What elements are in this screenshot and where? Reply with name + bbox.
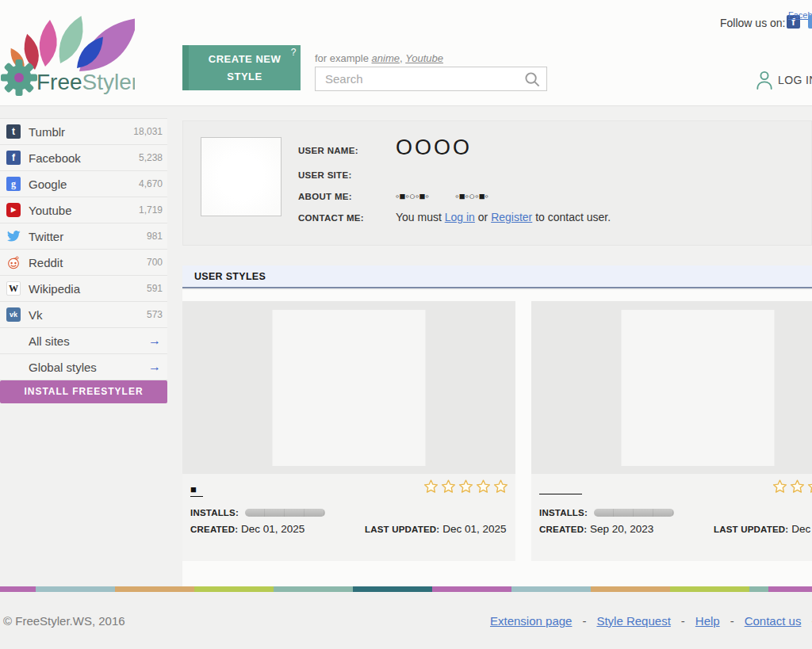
created-label: CREATED: [539,525,587,534]
sidebar-item-label: All sites [29,334,70,348]
sidebar-item-google[interactable]: g Google 4,670 [0,171,167,197]
style-count: 4,670 [139,178,163,189]
register-link[interactable]: Register [491,211,532,223]
twitter-follow-icon[interactable] [808,15,812,29]
search-example-hint: for example anime, Youtube [315,52,443,64]
login-label: LOG IN O [778,74,812,86]
sidebar-item-label: Facebook [29,151,81,165]
style-thumbnail-area[interactable] [182,301,515,474]
sidebar-item-tumblr[interactable]: t Tumblr 18,031 [0,118,167,145]
search-icon[interactable] [524,71,541,88]
twitter-icon [6,229,21,243]
usersite-label: USER SITE: [298,170,352,180]
style-count: 591 [147,283,163,294]
footer-links: Extension page - Style Request - Help - … [490,614,812,628]
style-title-link[interactable] [539,483,582,494]
username-value: OOOO [396,136,472,160]
sidebar-item-twitter[interactable]: Twitter 981 [0,223,167,250]
star-icon[interactable] [806,479,812,494]
copyright-text: © FreeStyler.WS, 2016 [3,614,125,628]
username-label: USER NAME: [298,146,358,155]
arrow-right-icon: → [148,334,161,348]
freestyler-logo[interactable]: FreeStyler [0,5,135,98]
gear-icon [1,59,37,96]
vk-icon: vk [6,307,21,322]
installs-count-bar [245,509,325,517]
style-title-link[interactable]: ■ [190,483,203,497]
facebook-icon: f [6,151,21,165]
footer: © FreeStyler.WS, 2016 Extension page - S… [0,592,812,649]
log-in-link[interactable]: Log in [445,211,475,223]
star-icon[interactable] [423,479,439,494]
style-card-info: ■ INSTALLS: CREATED: Dec 01, 2025 LAST U… [182,474,515,561]
user-styles-section-header: USER STYLES [182,265,812,288]
style-card-info: INSTALLS: CREATED: Sep 20, 2023 LAST UPD… [531,474,812,561]
style-card: ■ INSTALLS: CREATED: Dec 01, 2025 LAST U… [182,301,515,561]
style-thumbnail-area[interactable] [531,301,812,474]
footer-link-extension-page[interactable]: Extension page [490,614,572,628]
sidebar-item-label: Vk [29,308,43,322]
sidebar-item-wikipedia[interactable]: W Wikipedia 591 [0,276,167,302]
sidebar-item-all-sites[interactable]: All sites → [0,328,167,354]
arrow-right-icon: → [148,360,161,374]
sidebar-item-youtube[interactable]: ▶ Youtube 1,719 [0,197,167,223]
sidebar-item-label: Global styles [29,361,97,374]
sidebar-item-reddit[interactable]: Reddit 700 [0,250,167,276]
star-icon[interactable] [440,479,457,494]
install-freestyler-button[interactable]: INSTALL FREESTYLER [0,380,167,403]
search-input[interactable] [316,67,546,90]
style-count: 981 [147,231,163,242]
sidebar-item-vk[interactable]: vk Vk 573 [0,302,167,328]
sidebar-item-label: Youtube [29,204,72,217]
created-value: Sep 20, 2023 [590,523,653,535]
last-updated-value: Dec 01, 2025 [791,523,812,535]
sidebar-item-global-styles[interactable]: Global styles → [0,354,167,380]
sidebar-item-label: Reddit [29,256,63,269]
star-icon[interactable] [492,479,509,494]
header: FreeStyler CREATE NEW STYLE ? for exampl… [0,0,812,106]
footer-link-help[interactable]: Help [695,614,720,628]
installs-label: INSTALLS: [190,508,239,517]
installs-label: INSTALLS: [539,508,588,517]
create-new-style-button[interactable]: CREATE NEW STYLE ? [182,45,301,90]
star-icon[interactable] [772,479,788,494]
example-link-youtube[interactable]: Youtube [405,52,443,64]
contactme-value: You must Log in or Register to contact u… [396,211,611,223]
sidebar-item-label: Google [29,178,67,191]
aboutme-value: ◦■◦○◦■◦ ◦■◦○◦■◦ [396,190,488,202]
create-button-line1: CREATE NEW [209,53,281,65]
last-updated-label: LAST UPDATED: [365,525,439,534]
style-count: 18,031 [133,126,163,137]
freestyler-page: FreeStyler CREATE NEW STYLE ? for exampl… [0,0,812,649]
sidebar-item-label: Wikipedia [29,282,80,296]
search-box [315,67,547,91]
footer-color-stripe [0,586,812,592]
avatar [201,137,282,216]
help-question-icon[interactable]: ? [291,47,297,58]
style-count: 5,238 [139,152,163,163]
sidebar-item-facebook[interactable]: f Facebook 5,238 [0,145,167,171]
reddit-icon [6,255,21,269]
last-updated-value: Dec 01, 2025 [442,523,506,535]
style-count: 573 [147,309,163,320]
star-icon[interactable] [789,479,806,494]
google-icon: g [6,177,21,191]
style-thumbnail[interactable] [273,310,426,466]
style-card: INSTALLS: CREATED: Sep 20, 2023 LAST UPD… [531,301,812,561]
style-thumbnail[interactable] [622,310,775,466]
footer-link-style-request[interactable]: Style Request [596,614,670,628]
sidebar: t Tumblr 18,031 f Facebook 5,238 g Googl… [0,118,167,380]
wikipedia-icon: W [6,281,21,296]
example-link-anime[interactable]: anime [372,52,400,64]
star-icon[interactable] [458,479,474,494]
aboutme-label: ABOUT ME: [298,192,352,201]
created-value: Dec 01, 2025 [241,523,304,535]
youtube-icon: ▶ [6,203,21,217]
create-button-line2: STYLE [227,71,262,82]
sidebar-item-label: Tumblr [29,125,65,139]
style-count: 700 [147,257,163,268]
login-button[interactable]: LOG IN O [756,70,812,90]
rating-stars [771,479,812,494]
star-icon[interactable] [475,479,492,494]
footer-link-contact-us[interactable]: Contact us [745,614,802,628]
